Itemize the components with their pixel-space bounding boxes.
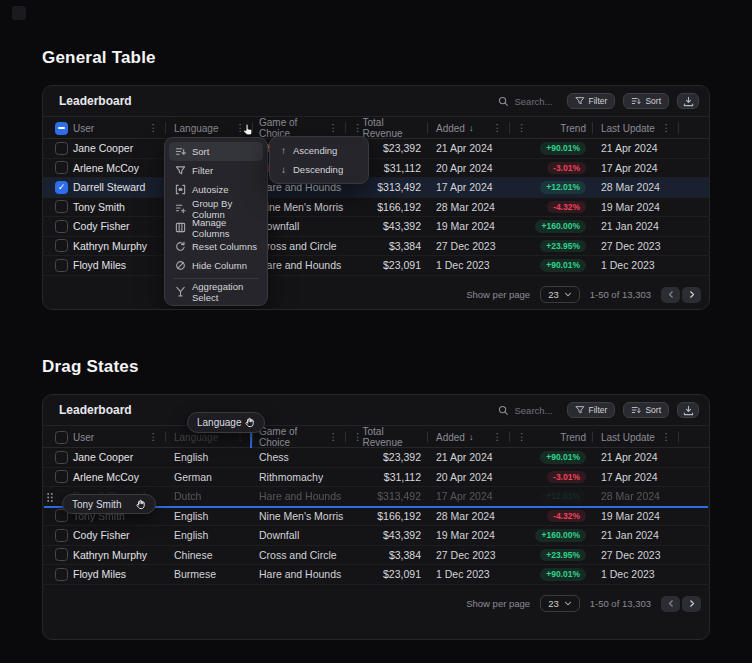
table-row[interactable]: Jane Cooper English Chess $23,392 21 Apr… bbox=[43, 448, 709, 468]
header-added[interactable]: Added ↓ ⋮ bbox=[428, 117, 510, 139]
prev-page-button[interactable] bbox=[661, 596, 680, 612]
table-row[interactable]: Floyd Miles Burmese Hare and Hounds $23,… bbox=[43, 256, 709, 276]
filter-button[interactable]: Filter bbox=[567, 93, 616, 109]
added-cell: 19 Mar 2024 bbox=[428, 217, 510, 236]
header-trend-label: Trend bbox=[560, 123, 593, 134]
pagination bbox=[661, 596, 701, 612]
search-input[interactable]: Search... bbox=[498, 405, 552, 416]
table-row[interactable]: Cody Fisher English Downfall $43,392 19 … bbox=[43, 526, 709, 546]
last-update-cell: 17 Apr 2024 bbox=[593, 468, 679, 487]
menu-item-reset-columns[interactable]: Reset Columns bbox=[169, 237, 263, 256]
header-game[interactable]: Game of Choice ⋮ bbox=[253, 426, 346, 448]
row-checkbox[interactable] bbox=[55, 548, 68, 561]
table-row[interactable]: Tony Smith English Nine Men's Morris $16… bbox=[43, 198, 709, 218]
trend-badge: +23.95% bbox=[540, 549, 586, 562]
column-menu-icon[interactable]: ⋮ bbox=[510, 432, 527, 442]
header-language-label: Language bbox=[174, 123, 219, 134]
trend-badge: +160.00% bbox=[535, 220, 586, 233]
header-user[interactable]: User ⋮ bbox=[43, 426, 166, 448]
column-menu-icon[interactable]: ⋮ bbox=[493, 432, 511, 442]
download-button[interactable] bbox=[677, 93, 699, 109]
select-all-checkbox[interactable] bbox=[55, 431, 68, 444]
header-trend[interactable]: ⋮ Trend bbox=[510, 117, 593, 139]
column-menu-icon[interactable]: ⋮ bbox=[329, 432, 347, 442]
column-menu-icon[interactable]: ⋮ bbox=[149, 432, 167, 442]
search-input[interactable]: Search... bbox=[498, 96, 552, 107]
filter-button[interactable]: Filter bbox=[567, 402, 616, 418]
trend-badge: +90.01% bbox=[540, 259, 586, 272]
page-size-select[interactable]: 23 bbox=[540, 286, 580, 303]
row-checkbox[interactable] bbox=[55, 568, 68, 581]
next-page-button[interactable] bbox=[682, 596, 701, 612]
game-cell: Cross and Circle bbox=[253, 546, 346, 565]
last-update-cell: 21 Apr 2024 bbox=[593, 139, 679, 158]
row-checkbox[interactable] bbox=[55, 181, 68, 194]
user-name: Kathryn Murphy bbox=[73, 240, 147, 252]
table-row[interactable]: Floyd Miles Burmese Hare and Hounds $23,… bbox=[43, 565, 709, 585]
page-size-value: 23 bbox=[548, 598, 559, 609]
header-added[interactable]: Added ↓ ⋮ bbox=[428, 426, 510, 448]
menu-item-manage-columns[interactable]: Manage Columns bbox=[169, 218, 263, 237]
funnel-icon bbox=[175, 165, 186, 176]
submenu-item-ascending[interactable]: ↑ Ascending bbox=[274, 141, 364, 160]
column-drag-pill[interactable]: Language bbox=[187, 412, 265, 433]
row-checkbox[interactable] bbox=[55, 142, 68, 155]
header-language-label: Language bbox=[174, 432, 219, 443]
header-last-update[interactable]: Last Update ⋮ bbox=[593, 117, 679, 139]
header-last-update[interactable]: Last Update ⋮ bbox=[593, 426, 679, 448]
column-menu-icon[interactable]: ⋮ bbox=[662, 123, 680, 133]
table-row[interactable]: Arlene McCoy German Rithmomachy $31,112 … bbox=[43, 468, 709, 488]
row-drag-pill[interactable]: Tony Smith bbox=[62, 494, 156, 514]
menu-item-hide-column[interactable]: Hide Column bbox=[169, 256, 263, 275]
table-row[interactable]: Arlene McCoy German Rithmomachy $31,112 … bbox=[43, 159, 709, 179]
table-row[interactable]: Kathryn Murphy Chinese Cross and Circle … bbox=[43, 237, 709, 257]
column-menu-icon[interactable]: ⋮ bbox=[662, 432, 680, 442]
header-revenue[interactable]: ⋮ Total Revenue bbox=[346, 426, 428, 448]
table-row[interactable]: Darrell Steward Dutch Hare and Hounds $3… bbox=[43, 178, 709, 198]
row-checkbox[interactable] bbox=[55, 161, 68, 174]
search-icon bbox=[498, 96, 509, 107]
row-checkbox[interactable] bbox=[55, 451, 68, 464]
drag-handle-icon[interactable] bbox=[46, 492, 54, 503]
header-user[interactable]: User ⋮ bbox=[43, 117, 166, 139]
menu-item-group-by-column[interactable]: Group By Column bbox=[169, 199, 263, 218]
table-row[interactable]: Jane Cooper English Chess $23,392 21 Apr… bbox=[43, 139, 709, 159]
section-heading-general: General Table bbox=[42, 48, 710, 68]
menu-item-autosize[interactable]: Autosize bbox=[169, 180, 263, 199]
table-row[interactable]: Kathryn Murphy Chinese Cross and Circle … bbox=[43, 546, 709, 566]
prev-page-button[interactable] bbox=[661, 287, 680, 303]
game-cell: Hare and Hounds bbox=[253, 565, 346, 584]
row-checkbox[interactable] bbox=[55, 239, 68, 252]
column-menu-icon[interactable]: ⋮ bbox=[149, 123, 167, 133]
last-update-cell: 1 Dec 2023 bbox=[593, 565, 679, 584]
sort-button[interactable]: Sort bbox=[623, 93, 669, 109]
column-menu-icon[interactable]: ⋮ bbox=[493, 123, 511, 133]
page-size-select[interactable]: 23 bbox=[540, 595, 580, 612]
menu-item-aggregation-select[interactable]: Aggregation Select bbox=[169, 282, 263, 301]
row-checkbox[interactable] bbox=[55, 200, 68, 213]
row-checkbox[interactable] bbox=[55, 220, 68, 233]
table-row[interactable]: Cody Fisher English Downfall $43,392 19 … bbox=[43, 217, 709, 237]
header-trend[interactable]: ⋮ Trend bbox=[510, 426, 593, 448]
row-checkbox[interactable] bbox=[55, 529, 68, 542]
next-page-button[interactable] bbox=[682, 287, 701, 303]
added-cell: 20 Apr 2024 bbox=[428, 468, 510, 487]
select-all-checkbox[interactable] bbox=[55, 122, 68, 135]
row-checkbox[interactable] bbox=[55, 259, 68, 272]
table-header-row: User ⋮ Language ⋮ Game of Choice ⋮ ⋮ Tot… bbox=[43, 117, 709, 139]
menu-item-label: Sort bbox=[192, 146, 209, 157]
column-menu-icon[interactable]: ⋮ bbox=[510, 123, 527, 133]
sort-button[interactable]: Sort bbox=[623, 402, 669, 418]
menu-item-sort[interactable]: Sort bbox=[169, 142, 263, 161]
column-menu-icon[interactable]: ⋮ bbox=[346, 123, 363, 133]
submenu-item-descending[interactable]: ↓ Descending bbox=[274, 160, 364, 179]
column-menu-icon[interactable]: ⋮ bbox=[346, 432, 363, 442]
header-language[interactable]: Language ⋮ bbox=[166, 117, 253, 139]
trend-badge: +160.00% bbox=[535, 529, 586, 542]
chevron-down-icon bbox=[564, 600, 572, 607]
menu-item-filter[interactable]: Filter bbox=[169, 161, 263, 180]
row-checkbox[interactable] bbox=[55, 470, 68, 483]
download-button[interactable] bbox=[677, 402, 699, 418]
revenue-cell: $166,192 bbox=[346, 507, 428, 526]
column-menu-icon[interactable]: ⋮ bbox=[329, 123, 347, 133]
